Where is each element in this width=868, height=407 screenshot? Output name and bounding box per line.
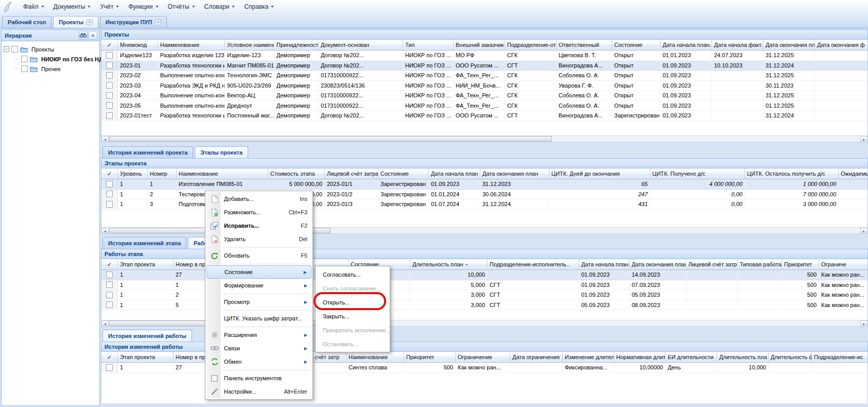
tree-checkbox[interactable] — [21, 56, 28, 62]
column-header[interactable]: ЦИТК. Осталось получить д/с — [745, 168, 839, 179]
column-header[interactable]: Дата начала факт. — [712, 40, 763, 50]
column-header[interactable]: Ожидаемые — [839, 168, 868, 179]
scrollbar-thumb[interactable] — [109, 136, 552, 142]
column-header[interactable]: Приоритет — [404, 352, 456, 363]
column-header[interactable]: Условное наименова — [225, 40, 274, 50]
collapse-panel-button[interactable] — [89, 31, 97, 40]
column-header[interactable]: Длительность пла — [717, 352, 769, 363]
table-row[interactable]: Изделие123Разработка изделия 123Изделие-… — [101, 50, 868, 61]
column-header[interactable]: Состояние — [612, 40, 661, 50]
row-checkbox[interactable] — [106, 102, 113, 109]
tab-work-history[interactable]: История изменений работы — [102, 330, 192, 342]
tab-projects[interactable]: Проекты✕ — [53, 16, 98, 28]
column-header[interactable]: Приоритет — [782, 259, 819, 270]
column-header[interactable]: Лицевой счёт затр — [686, 259, 738, 270]
column-header[interactable]: Длительность фак — [769, 352, 812, 363]
column-header[interactable]: Изменение длител — [563, 352, 614, 363]
menubar-item[interactable]: Учёт — [95, 1, 124, 12]
column-header[interactable]: ✓ — [101, 40, 118, 50]
column-header[interactable]: Дата начала план — [429, 168, 480, 179]
tab-desktop[interactable]: Рабочий стол — [2, 16, 51, 28]
column-header[interactable]: Лицевой счёт затрат. — [325, 168, 378, 179]
menu-toolbar[interactable]: Панель инструментов — [206, 371, 311, 385]
close-icon[interactable]: ✕ — [86, 19, 93, 25]
menu-exchange[interactable]: Обмен▶ — [206, 355, 311, 368]
column-header[interactable]: Уровень — [118, 168, 148, 179]
column-header[interactable]: Ограничение — [456, 352, 510, 363]
row-checkbox[interactable] — [106, 92, 113, 99]
menu-formation[interactable]: Формирование▶ — [206, 279, 311, 292]
column-header[interactable]: Подразделение-от — [505, 40, 557, 50]
table-row[interactable]: 2023-04Выполнение опытно-конс...Вектор-А… — [101, 91, 868, 101]
column-header[interactable]: Дата окончания пл — [763, 40, 815, 50]
tab-project-history[interactable]: История изменений проекта — [102, 146, 193, 158]
menubar-item[interactable]: Функции — [124, 1, 163, 12]
close-icon[interactable]: ✕ — [155, 19, 161, 25]
row-checkbox[interactable] — [106, 301, 113, 308]
row-checkbox[interactable] — [106, 281, 113, 288]
menu-delete[interactable]: УдалитьDel — [206, 232, 311, 246]
menu-edit[interactable]: Исправить...F2 — [206, 219, 311, 232]
table-row[interactable]: 2023-01тестРазработка технологии и...Пос… — [101, 111, 868, 121]
search-button[interactable] — [79, 31, 88, 40]
menubar-item[interactable]: Отчёты — [163, 1, 200, 12]
row-checkbox[interactable] — [106, 364, 113, 371]
column-header[interactable]: Мнемокод — [118, 40, 158, 50]
tab-project-stages[interactable]: Этапы проекта — [195, 146, 248, 158]
tree-node[interactable]: −Проекты — [2, 44, 99, 54]
column-header[interactable]: Ограниче — [819, 259, 868, 270]
column-header[interactable]: Наименование — [158, 40, 225, 50]
column-header[interactable]: Дата начала план. — [579, 259, 630, 270]
column-header[interactable]: Подразделение-исполнитель.. — [488, 259, 579, 270]
column-header[interactable]: Этап проекта — [118, 352, 173, 363]
scroll-left-icon[interactable] — [101, 136, 109, 142]
scroll-left-icon[interactable] — [101, 320, 109, 326]
row-checkbox[interactable] — [106, 201, 113, 208]
column-header[interactable]: Дата окончания план — [630, 259, 686, 270]
menu-links[interactable]: Связи▶ — [206, 342, 311, 355]
column-header[interactable]: Подразделение-ис — [812, 352, 868, 363]
horizontal-scrollbar[interactable] — [101, 135, 868, 142]
menubar-item[interactable]: Документы — [49, 1, 96, 12]
menubar-item[interactable]: Справка — [239, 1, 279, 12]
column-header[interactable]: ЕИ длительности — [666, 352, 717, 363]
column-header[interactable]: Дата окончания ф — [815, 40, 868, 50]
row-checkbox[interactable] — [106, 62, 113, 69]
column-header[interactable]: Дата ограничения — [510, 352, 563, 363]
tree-node[interactable]: Прочее — [2, 64, 99, 74]
column-header[interactable]: Дата окончания план — [480, 168, 549, 179]
collapse-icon[interactable]: − — [4, 46, 9, 52]
column-header[interactable]: ✓ — [101, 168, 118, 179]
row-checkbox[interactable] — [106, 292, 113, 298]
row-checkbox[interactable] — [106, 82, 113, 89]
menu-state[interactable]: Состояние▶ — [206, 265, 311, 279]
menubar-item[interactable]: Файл — [19, 1, 49, 12]
column-header[interactable]: Типовая работа — [738, 259, 782, 270]
menu-close[interactable]: Закрыть... — [317, 309, 389, 323]
column-header[interactable]: Дата начала план. — [661, 40, 712, 50]
table-row[interactable]: 2023-05Выполнение опытно-конс...Дредноут… — [101, 101, 868, 111]
column-header[interactable]: Документ-основан — [319, 40, 403, 50]
menu-duplicate[interactable]: Размножить...Ctrl+F3 — [206, 206, 311, 219]
tab-pup-instructions[interactable]: Инструкции ПУП✕ — [100, 16, 167, 28]
row-checkbox[interactable] — [106, 272, 113, 278]
row-checkbox[interactable] — [106, 112, 113, 119]
column-header[interactable]: Наименование — [177, 168, 268, 179]
scrollbar-track[interactable] — [109, 136, 860, 142]
table-row[interactable]: 2023-02Выполнение опытно-конс...Технолог… — [101, 71, 868, 81]
menu-extensions[interactable]: Расширения▶ — [206, 328, 311, 342]
column-header[interactable]: Тип — [403, 40, 454, 50]
column-header[interactable]: Длительность план▼ — [410, 259, 488, 270]
column-header[interactable]: Принадлежность — [274, 40, 319, 50]
column-header[interactable]: ✓ — [101, 352, 118, 363]
scroll-right-icon[interactable] — [860, 320, 867, 326]
column-header[interactable]: Внешний заказчик — [454, 40, 505, 50]
menu-add[interactable]: Добавить...Ins — [206, 192, 311, 206]
row-checkbox[interactable] — [106, 181, 113, 188]
table-row[interactable]: 2023-03Разработка ЭКД и РКД н...905-U020… — [101, 81, 868, 91]
table-row[interactable]: 11Изготовление ПМ085-015 000 000,002023-… — [101, 179, 868, 190]
scroll-right-icon[interactable] — [860, 228, 867, 233]
tab-stage-history[interactable]: История изменений этапа — [102, 237, 186, 249]
menu-approve[interactable]: Согласовать... — [317, 267, 389, 281]
column-header[interactable]: Наименование — [346, 352, 404, 363]
